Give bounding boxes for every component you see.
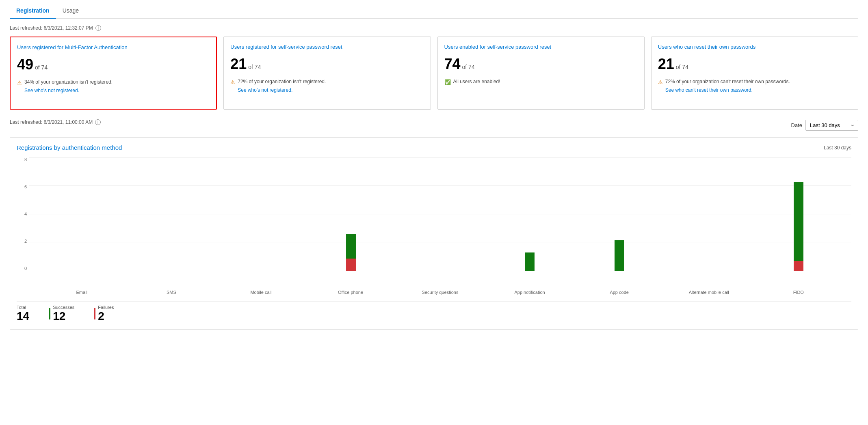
tabs-container: Registration Usage <box>10 0 858 19</box>
tab-usage[interactable]: Usage <box>56 3 85 19</box>
card-title-mfa[interactable]: Users registered for Multi-Factor Authen… <box>17 44 210 51</box>
bar-success <box>525 252 535 271</box>
x-label: Mobile call <box>216 287 306 295</box>
legend-success-label: Successes <box>53 305 74 310</box>
card-status-text-sspr: 72% of your organization isn't registere… <box>238 78 326 94</box>
bars-stack <box>794 182 803 271</box>
legend-total-label: Total <box>17 305 29 310</box>
card-status-text-canreset: 72% of your organization can't reset the… <box>665 78 790 94</box>
section-header: Last refreshed: 6/3/2021, 11:00:00 AM i … <box>10 119 858 131</box>
x-label: App notification <box>485 287 575 295</box>
bar-success <box>346 234 356 259</box>
card-status-sspr: ⚠ 72% of your organization isn't registe… <box>230 78 424 94</box>
warning-icon: ⚠ <box>17 79 22 86</box>
card-status-message-enabled: All users are enabled! <box>453 79 500 84</box>
warning-icon: ⚠ <box>658 79 663 86</box>
x-label: FIDO <box>754 287 844 295</box>
card-status-canreset: ⚠ 72% of your organization can't reset t… <box>658 78 851 94</box>
bar-group-email <box>37 157 127 271</box>
x-label: Email <box>37 287 127 295</box>
refresh-text-2: Last refreshed: 6/3/2021, 11:00:00 AM <box>10 119 93 125</box>
legend-failures: Failures 2 <box>94 305 114 323</box>
card-count-canreset: 21 of 74 <box>658 56 851 73</box>
bar-failure <box>794 261 803 271</box>
legend-failure-text: Failures 2 <box>98 305 114 323</box>
bar-group-office-phone <box>306 157 395 271</box>
card-mfa: Users registered for Multi-Factor Authen… <box>10 37 217 110</box>
legend-failure-color <box>94 308 95 319</box>
legend-failure-label: Failures <box>98 305 114 310</box>
card-count-mfa: 49 of 74 <box>17 56 210 73</box>
card-status-mfa: ⚠ 34% of your organization isn't registe… <box>17 79 210 94</box>
card-title-enabled[interactable]: Users enabled for self-service password … <box>444 43 638 51</box>
card-status-message-sspr: 72% of your organization isn't registere… <box>238 79 326 84</box>
bar-group-app-notification <box>485 157 574 271</box>
card-canreset: Users who can reset their own passwords … <box>651 37 858 110</box>
success-icon: ✅ <box>444 79 451 86</box>
y-label: 8 <box>17 157 27 162</box>
bars-stack <box>525 252 535 271</box>
count-big-canreset: 21 <box>658 56 674 73</box>
bar-group-security-questions <box>396 157 485 271</box>
count-suffix-sspr: of 74 <box>248 64 261 70</box>
date-select-wrapper: Last 7 daysLast 30 daysLast 3 months <box>805 120 858 131</box>
legend-successes: Successes 12 <box>49 305 74 323</box>
card-status-text-enabled: All users are enabled! <box>453 78 500 85</box>
count-big-mfa: 49 <box>17 56 33 73</box>
bar-group-app-code <box>575 157 664 271</box>
x-label: App code <box>574 287 664 295</box>
card-title-sspr[interactable]: Users registered for self-service passwo… <box>230 43 424 51</box>
bars-stack <box>346 234 356 271</box>
chart-legend: Total 14 Successes 12 Failures 2 <box>17 301 851 323</box>
date-select[interactable]: Last 7 daysLast 30 daysLast 3 months <box>805 120 858 131</box>
chart-title: Registrations by authentication method <box>17 144 122 151</box>
info-icon-2[interactable]: i <box>95 119 101 125</box>
bars-stack <box>615 240 624 271</box>
legend-success-value: 12 <box>53 310 74 323</box>
bar-success <box>615 240 624 271</box>
card-link-canreset[interactable]: See who can't reset their own password. <box>665 87 790 94</box>
legend-total-value: 14 <box>17 310 29 323</box>
card-count-sspr: 21 of 74 <box>230 56 424 73</box>
x-label: SMS <box>127 287 216 295</box>
y-label: 6 <box>17 185 27 189</box>
refresh-text-1: Last refreshed: 6/3/2021, 12:32:07 PM <box>10 25 93 31</box>
card-status-message-mfa: 34% of your organization isn't registere… <box>24 79 113 85</box>
y-axis: 02468 <box>17 157 27 271</box>
y-label: 4 <box>17 212 27 216</box>
warning-icon: ⚠ <box>230 79 235 86</box>
card-link-mfa[interactable]: See who's not registered. <box>24 87 113 94</box>
legend-failure-value: 2 <box>98 310 114 323</box>
bar-failure <box>346 259 356 271</box>
date-filter: Date Last 7 daysLast 30 daysLast 3 month… <box>791 120 858 131</box>
chart-section: Registrations by authentication method L… <box>10 137 858 330</box>
count-big-enabled: 74 <box>444 56 461 73</box>
card-sspr: Users registered for self-service passwo… <box>223 37 431 110</box>
tab-registration[interactable]: Registration <box>10 3 56 19</box>
legend-success-color <box>49 308 50 319</box>
card-count-enabled: 74 of 74 <box>444 56 638 73</box>
card-status-enabled: ✅ All users are enabled! <box>444 78 638 86</box>
bar-success <box>794 182 803 261</box>
card-enabled: Users enabled for self-service password … <box>437 37 645 110</box>
x-label: Security questions <box>395 287 485 295</box>
bar-group-alternate-mobile-call <box>664 157 753 271</box>
x-label: Office phone <box>306 287 396 295</box>
info-icon-1[interactable]: i <box>95 25 101 31</box>
card-link-sspr[interactable]: See who's not registered. <box>238 87 326 94</box>
y-label: 2 <box>17 239 27 244</box>
chart-wrapper: 02468 EmailSMSMobile callOffice phoneSec… <box>17 157 851 295</box>
card-title-canreset[interactable]: Users who can reset their own passwords <box>658 43 851 51</box>
x-label: Alternate mobile call <box>664 287 754 295</box>
summary-cards: Users registered for Multi-Factor Authen… <box>10 37 858 110</box>
chart-period: Last 30 days <box>824 145 851 151</box>
x-labels: EmailSMSMobile callOffice phoneSecurity … <box>29 287 851 295</box>
card-status-text-mfa: 34% of your organization isn't registere… <box>24 79 113 94</box>
refresh-info-2: Last refreshed: 6/3/2021, 11:00:00 AM i <box>10 119 101 125</box>
bars-container <box>29 157 851 271</box>
count-suffix-mfa: of 74 <box>35 64 48 71</box>
bar-group-sms <box>127 157 216 271</box>
legend-total: Total 14 <box>17 305 29 323</box>
y-label: 0 <box>17 266 27 271</box>
chart-header: Registrations by authentication method L… <box>17 144 851 151</box>
